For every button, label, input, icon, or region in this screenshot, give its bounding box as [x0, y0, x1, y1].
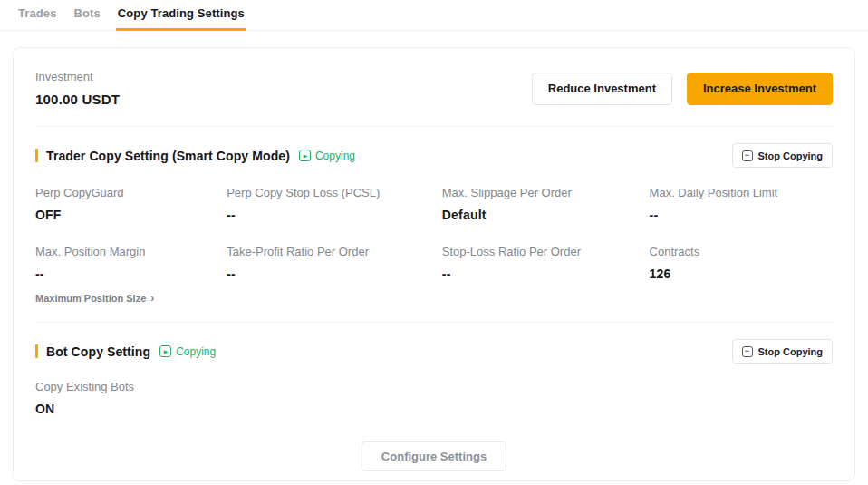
copy-trading-settings-page: Trades Bots Copy Trading Settings Invest…: [0, 0, 868, 481]
investment-value: 100.00 USDT: [35, 92, 120, 107]
section-accent-bar: [35, 344, 38, 358]
field-max-daily-position-limit: Max. Daily Position Limit --: [650, 186, 833, 222]
investment-row: Investment 100.00 USDT Reduce Investment…: [35, 48, 833, 126]
field-perp-copyguard: Perp CopyGuard OFF: [35, 186, 227, 222]
field-label: Max. Slippage Per Order: [442, 186, 650, 199]
copying-status-label: Copying: [176, 345, 216, 358]
trader-copy-setting-title: Trader Copy Setting (Smart Copy Mode): [46, 149, 290, 163]
maximum-position-size-link[interactable]: Maximum Position Size ›: [35, 293, 227, 304]
configure-settings-button[interactable]: Configure Settings: [362, 441, 506, 471]
stop-icon: −: [742, 150, 753, 161]
field-label: Perp Copy Stop Loss (PCSL): [227, 186, 442, 199]
field-value: --: [227, 208, 442, 222]
field-value: OFF: [35, 208, 227, 222]
investment-summary: Investment 100.00 USDT: [35, 70, 120, 107]
field-value: --: [227, 267, 442, 281]
stop-icon: −: [742, 346, 753, 357]
stop-copying-label: Stop Copying: [758, 150, 824, 161]
reduce-investment-button[interactable]: Reduce Investment: [532, 73, 672, 105]
stop-copying-trader-button[interactable]: − Stop Copying: [732, 143, 834, 168]
copying-status-badge: ▶ Copying: [299, 150, 355, 162]
card-footer: Configure Settings: [35, 416, 833, 485]
maximum-position-size-label: Maximum Position Size: [35, 293, 146, 304]
copying-status-badge: ▶ Copying: [159, 345, 216, 358]
section-accent-bar: [35, 149, 38, 162]
tab-trades[interactable]: Trades: [16, 0, 59, 31]
field-label: Perp CopyGuard: [35, 186, 227, 199]
field-value: --: [650, 208, 833, 222]
play-icon: ▶: [159, 345, 171, 357]
trader-copy-setting-header: Trader Copy Setting (Smart Copy Mode) ▶ …: [35, 127, 833, 171]
field-max-position-margin: Max. Position Margin -- Maximum Position…: [35, 245, 227, 304]
field-stop-loss-ratio: Stop-Loss Ratio Per Order --: [442, 245, 650, 304]
field-copy-existing-bots: Copy Existing Bots ON: [35, 367, 833, 416]
field-value: --: [35, 267, 227, 281]
field-label: Copy Existing Bots: [35, 380, 833, 393]
field-pcsl: Perp Copy Stop Loss (PCSL) --: [227, 186, 442, 222]
field-value: ON: [35, 402, 833, 416]
field-contracts: Contracts 126: [650, 245, 833, 304]
investment-label: Investment: [35, 70, 120, 83]
play-icon: ▶: [299, 150, 311, 161]
field-value: Default: [442, 208, 650, 222]
tab-copy-trading-settings[interactable]: Copy Trading Settings: [116, 0, 246, 31]
tab-bar: Trades Bots Copy Trading Settings: [0, 0, 868, 31]
field-label: Max. Daily Position Limit: [650, 186, 833, 199]
trader-settings-grid: Perp CopyGuard OFF Perp Copy Stop Loss (…: [35, 171, 833, 322]
field-label: Max. Position Margin: [35, 245, 227, 258]
stop-copying-label: Stop Copying: [758, 346, 824, 357]
increase-investment-button[interactable]: Increase Investment: [687, 73, 833, 105]
bot-copy-setting-header: Bot Copy Setting ▶ Copying − Stop Copyin…: [35, 323, 833, 367]
copying-status-label: Copying: [315, 150, 355, 162]
field-max-slippage: Max. Slippage Per Order Default: [442, 186, 650, 222]
field-label: Stop-Loss Ratio Per Order: [442, 245, 650, 258]
settings-card: Investment 100.00 USDT Reduce Investment…: [13, 47, 855, 481]
field-label: Contracts: [650, 245, 833, 258]
field-label: Take-Profit Ratio Per Order: [227, 245, 442, 258]
bot-copy-setting-title: Bot Copy Setting: [46, 344, 150, 359]
tab-bots[interactable]: Bots: [72, 0, 102, 31]
field-value: --: [442, 267, 650, 281]
field-value: 126: [650, 267, 833, 281]
field-take-profit-ratio: Take-Profit Ratio Per Order --: [227, 245, 442, 304]
stop-copying-bot-button[interactable]: − Stop Copying: [732, 339, 834, 364]
chevron-right-icon: ›: [150, 293, 154, 304]
investment-buttons: Reduce Investment Increase Investment: [532, 73, 833, 105]
